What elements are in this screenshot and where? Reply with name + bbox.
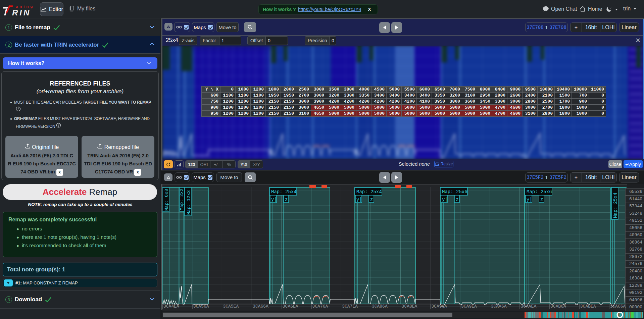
svg-text:y|: y| xyxy=(442,197,448,202)
svg-text:Map: 12x3: Map: 12x3 xyxy=(186,190,191,215)
svg-text:z: z xyxy=(540,197,543,202)
svg-text:y|: y| xyxy=(271,197,277,202)
svg-text:Map: 25x6: Map: 25x6 xyxy=(527,189,552,195)
svg-text:Map: 2x2: Map: 2x2 xyxy=(179,189,184,210)
svg-text:RIN: RIN xyxy=(12,8,31,17)
svg-text:z: z xyxy=(285,197,288,202)
svg-text:y|: y| xyxy=(356,197,362,202)
svg-text:z: z xyxy=(456,197,458,202)
svg-text:Map: 25x4: Map: 25x4 xyxy=(613,193,618,218)
svg-text:Map: 25x4: Map: 25x4 xyxy=(271,189,297,195)
svg-text:z: z xyxy=(370,197,373,202)
svg-text:y|: y| xyxy=(527,197,532,202)
svg-text:Map: 25x6: Map: 25x6 xyxy=(442,189,467,195)
svg-text:Map: 6x8: Map: 6x8 xyxy=(164,189,169,211)
svg-text:Map: 25x4: Map: 25x4 xyxy=(356,189,382,195)
